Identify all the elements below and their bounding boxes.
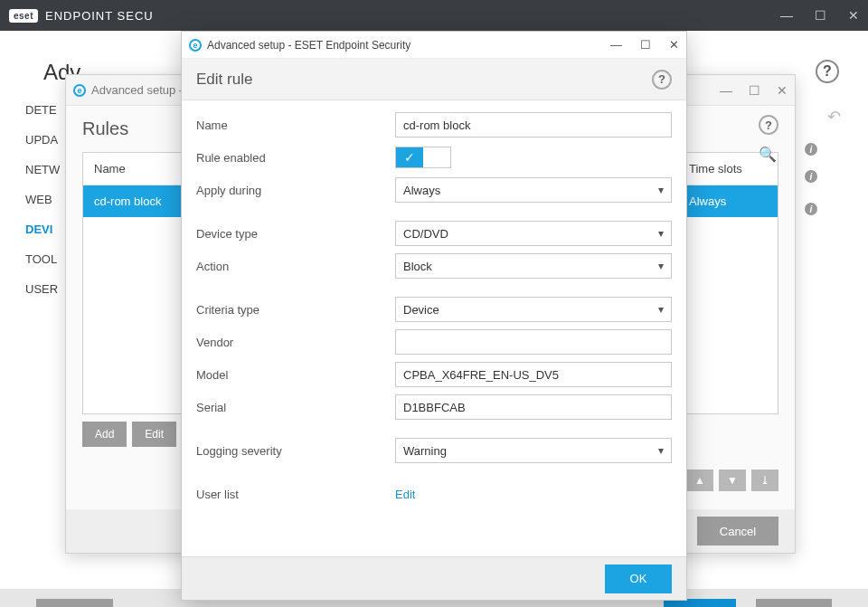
dialog-titlebar: e Advanced setup - ESET Endpoint Securit… [182, 32, 686, 59]
dialog-body: Name Rule enabled ✓ Apply during Always [182, 100, 686, 556]
eset-logo: eset [9, 9, 38, 23]
close-icon[interactable]: ✕ [777, 83, 788, 98]
move-down-icon[interactable]: ▼ [719, 469, 746, 491]
apply-during-value: Always [403, 184, 440, 197]
eset-icon: e [189, 39, 202, 52]
chevron-down-icon: ▾ [658, 444, 664, 457]
label-logging-severity: Logging severity [196, 444, 395, 458]
category-nav: DETE UPDA NETW WEB DEVI TOOL USER [25, 103, 60, 296]
nav-tools[interactable]: TOOL [25, 252, 60, 266]
device-type-select[interactable]: CD/DVD ▾ [395, 221, 672, 246]
chevron-down-icon: ▾ [658, 227, 664, 240]
add-button[interactable]: Add [82, 422, 127, 447]
info-icon[interactable]: i [805, 170, 817, 183]
chevron-down-icon: ▾ [658, 303, 664, 316]
apply-during-select[interactable]: Always ▾ [395, 177, 672, 203]
minimize-icon[interactable]: — [610, 38, 622, 52]
criteria-type-select[interactable]: Device ▾ [395, 297, 672, 322]
undo-icon[interactable]: ↶ [827, 107, 841, 127]
move-up-icon[interactable]: ▲ [686, 469, 713, 491]
app-titlebar: eset ENDPOINT SECU — ☐ ✕ [0, 0, 868, 31]
nav-device[interactable]: DEVI [25, 223, 60, 236]
eset-icon: e [73, 84, 86, 97]
label-apply-during: Apply during [196, 184, 395, 197]
rules-titlebar-text: Advanced setup - [91, 83, 183, 97]
app-title: ENDPOINT SECU [45, 9, 154, 23]
label-model: Model [196, 368, 395, 382]
name-input[interactable] [395, 112, 672, 138]
chevron-down-icon: ▾ [658, 184, 664, 196]
user-list-edit-link[interactable]: Edit [395, 488, 415, 501]
action-select[interactable]: Block ▾ [395, 253, 672, 279]
vendor-input[interactable] [395, 329, 672, 355]
maximize-icon[interactable]: ☐ [749, 83, 760, 98]
default-button[interactable]: Default [36, 599, 113, 607]
minimize-icon[interactable]: — [780, 8, 793, 23]
enabled-toggle[interactable]: ✓ [395, 147, 451, 168]
dialog-ok-button[interactable]: OK [605, 564, 672, 593]
dialog-titlebar-text: Advanced setup - ESET Endpoint Security [207, 39, 410, 52]
cancel-button[interactable]: Cancel [756, 599, 832, 607]
info-icon[interactable]: i [805, 143, 817, 156]
criteria-type-value: Device [403, 303, 439, 317]
label-user-list: User list [196, 488, 395, 501]
model-input[interactable] [395, 362, 672, 387]
check-icon: ✓ [396, 147, 423, 167]
rules-cancel-button[interactable]: Cancel [697, 517, 778, 545]
label-serial: Serial [196, 401, 395, 414]
serial-input[interactable] [395, 394, 672, 420]
nav-network[interactable]: NETW [25, 163, 60, 176]
close-icon[interactable]: ✕ [848, 8, 859, 23]
window-controls: — ☐ ✕ [780, 8, 859, 23]
help-icon[interactable]: ? [652, 70, 672, 90]
label-name: Name [196, 119, 395, 132]
dialog-footer: OK [182, 556, 686, 600]
maximize-icon[interactable]: ☐ [815, 8, 826, 23]
nav-detection[interactable]: DETE [25, 103, 60, 117]
nav-user[interactable]: USER [25, 282, 60, 296]
label-action: Action [196, 260, 395, 273]
move-bottom-icon[interactable]: ⤓ [751, 469, 778, 491]
help-icon[interactable]: ? [816, 60, 839, 83]
label-device-type: Device type [196, 227, 395, 241]
label-enabled: Rule enabled [196, 151, 395, 165]
dialog-subheader: Edit rule ? [182, 59, 686, 100]
maximize-icon[interactable]: ☐ [640, 38, 651, 52]
cell-timeslot: Always [678, 185, 778, 217]
nav-web[interactable]: WEB [25, 193, 60, 206]
action-value: Block [403, 260, 432, 273]
search-icon[interactable]: 🔍 [759, 146, 777, 163]
edit-button[interactable]: Edit [132, 422, 176, 447]
logging-severity-value: Warning [403, 444, 447, 458]
close-icon[interactable]: ✕ [669, 38, 679, 52]
nav-update[interactable]: UPDA [25, 133, 60, 147]
chevron-down-icon: ▾ [658, 260, 664, 272]
minimize-icon[interactable]: — [720, 83, 732, 98]
toggle-off-segment [423, 147, 450, 167]
dialog-heading: Edit rule [196, 71, 252, 89]
info-icon[interactable]: i [805, 203, 817, 215]
help-icon[interactable]: ? [759, 115, 778, 135]
device-type-value: CD/DVD [403, 227, 448, 241]
logging-severity-select[interactable]: Warning ▾ [395, 438, 672, 463]
edit-rule-dialog: e Advanced setup - ESET Endpoint Securit… [181, 31, 687, 601]
label-vendor: Vendor [196, 336, 395, 349]
label-criteria-type: Criteria type [196, 303, 395, 317]
